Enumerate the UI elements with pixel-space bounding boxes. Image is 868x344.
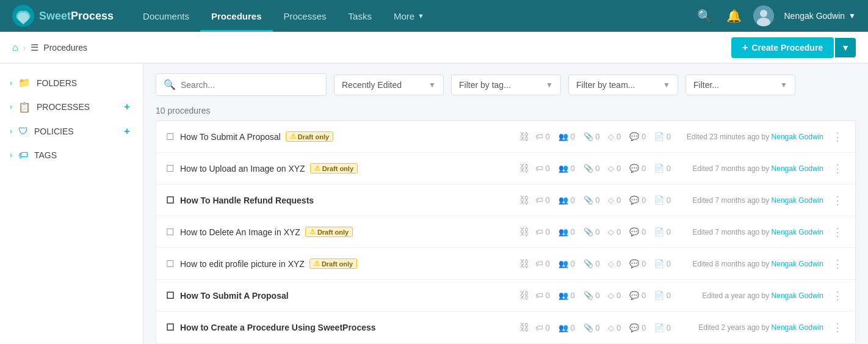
procedure-doc-icon: ☐ [166,227,174,238]
users-stat: 👥 0 [559,259,575,268]
link-icon[interactable]: ⛓ [519,290,529,301]
procedure-title[interactable]: How to edit profile picture in XYZ ⚠ Dra… [180,258,513,269]
search-box[interactable]: 🔍 [156,73,327,96]
sidebar-item-policies[interactable]: › 🛡 POLICIES + [0,119,143,144]
likes-stat: ◇ 0 [608,323,621,332]
avatar[interactable] [753,5,774,26]
procedure-title-link[interactable]: How To Handle Refund Requests [180,196,314,205]
edit-user-link[interactable]: Nengak Godwin [772,164,823,173]
tags-stat: 🏷 0 [535,323,550,332]
tags-stat: 🏷 0 [535,259,550,268]
sidebar: › 📁 FOLDERS › 📋 PROCESSES + › 🛡 POLICIES… [0,64,143,344]
logo-text: SweetProcess [39,10,114,23]
filter-tag-chevron-icon: ▼ [546,81,553,89]
search-input[interactable] [181,80,319,90]
sidebar-item-tags[interactable]: › 🏷 TAGS [0,144,143,167]
likes-stat: ◇ 0 [608,259,621,268]
nav-item-tasks[interactable]: Tasks [338,0,383,32]
docs-stat: 📄 0 [654,323,671,332]
edit-user-link[interactable]: Nengak Godwin [772,260,823,268]
add-policy-button[interactable]: + [121,125,133,137]
table-row: ☐ How to edit profile picture in XYZ ⚠ D… [156,248,855,280]
home-icon-button[interactable]: ⌂ [12,42,18,53]
create-procedure-dropdown-button[interactable]: ▼ [835,38,856,57]
edit-info: Edited 7 months ago by Nengak Godwin [677,228,823,236]
attachments-stat: 📎 0 [584,132,600,141]
edit-info: Edited 8 months ago by Nengak Godwin [677,260,823,268]
nav-item-processes[interactable]: Processes [273,0,338,32]
create-procedure-button[interactable]: + Create Procedure [731,37,834,58]
procedure-title-link[interactable]: How to Delete An Image in XYZ [180,227,300,237]
edit-user-link[interactable]: Nengak Godwin [772,228,823,236]
procedure-title-link[interactable]: How To Submit A Proposal [180,132,281,142]
procedure-title[interactable]: How to Create a Procedure Using SweetPro… [180,323,513,332]
link-icon[interactable]: ⛓ [519,258,529,269]
docs-stat: 📄 0 [654,132,671,141]
procedure-title[interactable]: How To Submit A Proposal [180,291,513,301]
link-icon[interactable]: ⛓ [519,322,529,333]
sidebar-item-processes[interactable]: › 📋 PROCESSES + [0,95,143,119]
comments-stat: 💬 0 [629,227,646,236]
warning-icon: ⚠ [290,133,296,141]
procedure-stats: 🏷 0 👥 0 📎 0 ◇ 0 💬 0 📄 0 [535,323,671,332]
filter-bar: 🔍 Recently Edited ▼ Filter by tag... ▼ F… [156,73,856,96]
nav-right-area: 🔍 🔔 Nengak Godwin ▼ [695,5,856,26]
warning-icon: ⚠ [314,164,320,172]
filter-team-chevron-icon: ▼ [663,81,670,89]
edit-user-link[interactable]: Nengak Godwin [772,133,823,141]
logo[interactable]: SweetProcess [12,5,114,27]
docs-stat: 📄 0 [654,227,671,236]
user-name-area[interactable]: Nengak Godwin ▼ [784,11,856,21]
nav-item-more[interactable]: More ▼ [383,0,435,32]
procedure-title-link[interactable]: How to edit profile picture in XYZ [180,259,305,269]
procedure-doc-icon: ☐ [166,163,174,174]
add-process-button[interactable]: + [121,101,133,113]
docs-stat: 📄 0 [654,164,671,173]
row-menu-button[interactable]: ⋮ [830,320,845,335]
procedure-title[interactable]: How to Delete An Image in XYZ ⚠ Draft on… [180,227,513,237]
row-menu-button[interactable]: ⋮ [830,288,845,304]
edit-info: Edited 7 months ago by Nengak Godwin [677,196,823,205]
row-menu-button[interactable]: ⋮ [830,192,845,208]
notifications-icon-button[interactable]: 🔔 [724,6,743,26]
procedure-title-link[interactable]: How to Upload an Image on XYZ [180,164,305,174]
procedure-title-link[interactable]: How to Create a Procedure Using SweetPro… [180,323,376,332]
comments-stat: 💬 0 [629,196,646,205]
sidebar-tags-label: TAGS [34,150,57,160]
row-menu-button[interactable]: ⋮ [830,129,845,145]
nav-item-procedures[interactable]: Procedures [200,0,273,32]
procedure-title[interactable]: How To Handle Refund Requests [180,196,513,205]
link-icon[interactable]: ⛓ [519,195,529,206]
filter-by-team-dropdown[interactable]: Filter by team... ▼ [568,75,678,95]
link-icon[interactable]: ⛓ [519,163,529,174]
procedure-stats: 🏷 0 👥 0 📎 0 ◇ 0 💬 0 📄 0 [535,291,671,300]
row-menu-button[interactable]: ⋮ [830,224,845,240]
comments-stat: 💬 0 [629,259,646,268]
edit-user-link[interactable]: Nengak Godwin [772,291,823,300]
table-row: ☐ How To Submit A Proposal ⛓ 🏷 0 👥 0 📎 0… [156,280,855,312]
users-stat: 👥 0 [559,227,575,236]
filter-dropdown[interactable]: Filter... ▼ [685,75,795,95]
policies-icon: 🛡 [18,126,28,137]
create-procedure-btn-group: + Create Procedure ▼ [731,37,856,58]
search-icon-button[interactable]: 🔍 [695,6,714,26]
filter-team-label: Filter by team... [576,80,635,90]
procedure-title[interactable]: How to Upload an Image on XYZ ⚠ Draft on… [180,163,513,174]
procedure-doc-icon: ☐ [166,258,174,269]
link-icon[interactable]: ⛓ [519,227,529,238]
tags-stat: 🏷 0 [535,196,550,205]
nav-item-documents[interactable]: Documents [132,0,200,32]
sidebar-item-folders[interactable]: › 📁 FOLDERS [0,71,143,95]
row-menu-button[interactable]: ⋮ [830,161,845,177]
draft-badge: ⚠ Draft only [305,227,353,237]
sidebar-processes-label: PROCESSES [37,102,90,112]
link-icon[interactable]: ⛓ [519,131,529,142]
procedure-title-link[interactable]: How To Submit A Proposal [180,291,289,301]
row-menu-button[interactable]: ⋮ [830,256,845,272]
edit-user-link[interactable]: Nengak Godwin [772,323,823,332]
breadcrumb: ⌂ › ☰ Procedures [12,42,87,53]
recently-edited-dropdown[interactable]: Recently Edited ▼ [334,75,444,95]
edit-user-link[interactable]: Nengak Godwin [772,196,823,205]
procedure-title[interactable]: How To Submit A Proposal ⚠ Draft only [180,131,513,142]
filter-by-tag-dropdown[interactable]: Filter by tag... ▼ [451,75,561,95]
